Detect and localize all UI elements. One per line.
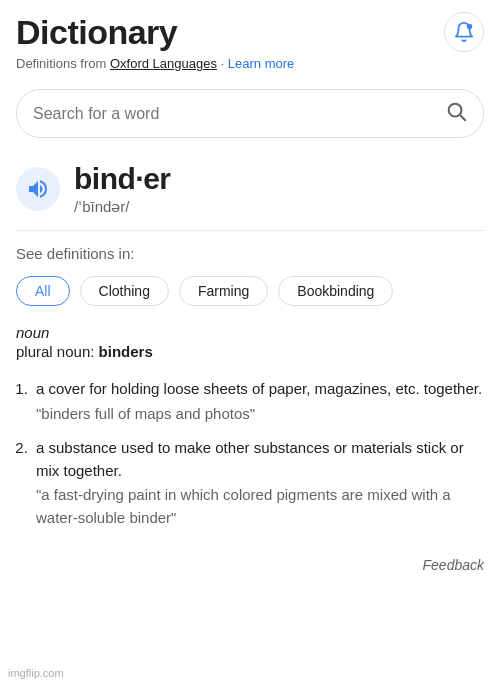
feedback-label[interactable]: Feedback bbox=[0, 543, 500, 587]
notifications-button[interactable] bbox=[444, 12, 484, 52]
speaker-icon bbox=[26, 177, 50, 201]
svg-point-1 bbox=[449, 104, 462, 117]
divider bbox=[16, 230, 484, 231]
category-pill[interactable]: Farming bbox=[179, 276, 268, 306]
page-title: Dictionary bbox=[16, 13, 177, 52]
definition-text: a cover for holding loose sheets of pape… bbox=[36, 378, 484, 401]
oxford-languages-link[interactable]: Oxford Languages bbox=[110, 56, 217, 71]
category-pill[interactable]: Clothing bbox=[80, 276, 169, 306]
word-title: bind·er bbox=[74, 162, 171, 196]
word-section: bind·er /ˈbīndər/ bbox=[0, 154, 500, 216]
search-icon bbox=[445, 100, 467, 127]
phonetic: /ˈbīndər/ bbox=[74, 198, 171, 216]
category-pill[interactable]: All bbox=[16, 276, 70, 306]
subtitle: Definitions from Oxford Languages · Lear… bbox=[0, 56, 500, 81]
imgflip-watermark: imgflip.com bbox=[8, 667, 64, 679]
audio-button[interactable] bbox=[16, 167, 60, 211]
learn-more-link[interactable]: Learn more bbox=[228, 56, 294, 71]
bell-icon bbox=[453, 21, 475, 43]
definition-example: "binders full of maps and photos" bbox=[36, 403, 484, 426]
search-bar bbox=[16, 89, 484, 138]
word-info: bind·er /ˈbīndər/ bbox=[74, 162, 171, 216]
definition-text: a substance used to make other substance… bbox=[36, 437, 484, 482]
definitions-from-label: Definitions from bbox=[16, 56, 106, 71]
svg-line-2 bbox=[461, 116, 466, 121]
categories: AllClothingFarmingBookbinding bbox=[0, 270, 500, 318]
search-input[interactable] bbox=[33, 105, 435, 123]
plural-label: plural noun: bbox=[16, 343, 94, 360]
definition-item: a cover for holding loose sheets of pape… bbox=[32, 372, 484, 431]
definitions-list: a cover for holding loose sheets of pape… bbox=[0, 368, 500, 543]
definition-example: "a fast-drying paint in which colored pi… bbox=[36, 484, 484, 529]
plural-noun: plural noun: binders bbox=[0, 343, 500, 368]
separator: · bbox=[221, 56, 225, 71]
category-pill[interactable]: Bookbinding bbox=[278, 276, 393, 306]
part-of-speech: noun bbox=[0, 318, 500, 343]
definition-item: a substance used to make other substance… bbox=[32, 431, 484, 535]
see-definitions-label: See definitions in: bbox=[0, 245, 500, 270]
svg-point-0 bbox=[467, 24, 473, 30]
plural-value: binders bbox=[99, 343, 153, 360]
